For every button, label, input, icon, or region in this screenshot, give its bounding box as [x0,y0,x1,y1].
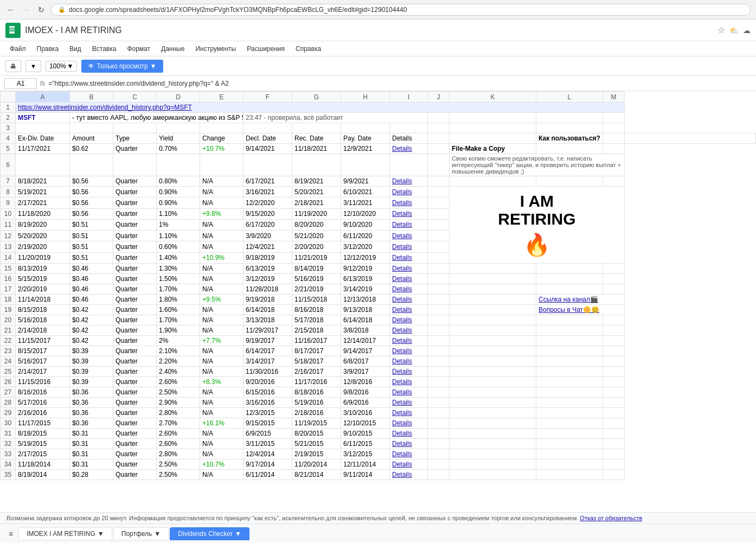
table-cell[interactable]: Details [390,144,428,154]
table-cell[interactable]: Details [390,315,428,325]
col-header-k[interactable]: K [450,92,536,103]
col-header-c[interactable]: C [113,92,157,103]
table-cell[interactable]: Details [390,187,428,197]
table-cell[interactable]: Details [390,264,428,274]
table-cell[interactable]: Details [390,176,428,187]
table-cell: 9/12/2019 [341,264,390,274]
table-cell[interactable]: Details [390,449,428,459]
col-header-a[interactable]: A [16,92,70,103]
table-cell: 1.50% [157,274,200,284]
col-header-b[interactable]: B [70,92,113,103]
menu-format[interactable]: Формат [123,43,155,54]
table-cell [536,284,603,295]
table-cell[interactable]: Details [390,346,428,356]
view-only-button[interactable]: 👁 Только просмотр ▼ [81,60,163,73]
cell-reference[interactable] [4,78,37,89]
chat-link-cell[interactable]: Вопросы в Чат🌼😊 [536,305,625,315]
table-cell[interactable]: Details [390,305,428,315]
address-bar[interactable]: 🔒 docs.google.com/spreadsheets/d/1AFXOPH… [51,4,751,16]
menu-tools[interactable]: Инструменты [191,43,240,54]
table-cell [603,449,624,459]
table-cell[interactable]: Details [390,439,428,449]
table-cell[interactable]: Details [390,231,428,241]
table-cell: 6/10/2021 [341,187,390,197]
table-row: 318/18/2015$0.31Quarter2.60%N/A6/9/20158… [1,429,756,439]
menu-edit[interactable]: Правка [33,43,63,54]
table-cell[interactable]: Details [390,197,428,208]
col-header-f[interactable]: F [244,92,292,103]
table-cell[interactable]: Details [390,429,428,439]
table-cell: Quarter [113,346,157,356]
table-cell [428,133,450,144]
table-cell: 12/10/2015 [341,418,390,429]
menu-extensions[interactable]: Расширения [242,43,289,54]
col-header-i[interactable]: I [390,92,428,103]
print-button[interactable]: 🖶 [5,60,21,72]
table-cell: 8/15/2018 [16,305,70,315]
col-header-g[interactable]: G [292,92,341,103]
menu-view[interactable]: Вид [65,43,86,54]
table-cell: 1.10% [157,208,200,219]
channel-link-cell[interactable]: Ссылка на канал🎬 [536,295,625,305]
col-header-e[interactable]: E [200,92,244,103]
menu-file[interactable]: Файл [5,43,30,54]
menu-data[interactable]: Данные [157,43,189,54]
table-cell[interactable]: Details [390,470,428,480]
table-cell: N/A [200,429,244,439]
filter-button[interactable]: ▼ [25,60,41,72]
table-cell: 11/15/2016 [16,377,70,387]
menu-help[interactable]: Справка [291,43,325,54]
channel-link[interactable]: Ссылка на канал🎬 [539,296,598,303]
col-header-h[interactable]: H [341,92,390,103]
table-cell[interactable]: Details [390,387,428,398]
forward-button[interactable]: → [21,4,31,15]
table-cell [536,176,603,187]
table-cell [450,315,536,325]
menu-insert[interactable]: Вставка [88,43,121,54]
row-header: 7 [1,176,16,187]
table-cell[interactable]: Details [390,418,428,429]
reload-button[interactable]: ↻ [36,4,47,15]
chat-link[interactable]: Вопросы в Чат🌼😊 [539,306,599,314]
table-cell: $0.56 [70,176,113,187]
table-cell[interactable]: Details [390,356,428,367]
disclaimer-link[interactable]: Отказ от обязательств [580,515,642,520]
zoom-control[interactable]: 100% ▼ [46,61,78,72]
table-cell [428,387,450,398]
table-cell[interactable]: Details [390,367,428,377]
table-cell[interactable]: Details [390,398,428,408]
col-header-d[interactable]: D [157,92,200,103]
col-header-j[interactable]: J [428,92,450,103]
table-cell [450,377,536,387]
table-cell: +10.7% [200,144,244,154]
row-header: 24 [1,356,16,367]
table-cell: N/A [200,449,244,459]
table-cell[interactable]: Details [390,241,428,252]
col-header-l[interactable]: L [536,92,603,103]
table-cell[interactable]: Details [390,336,428,346]
table-cell[interactable]: Details [390,408,428,418]
table-cell [341,123,390,133]
table-cell: $0.39 [70,346,113,356]
table-cell[interactable]: Details [390,219,428,230]
table-cell[interactable]: Details [390,252,428,263]
table-cell[interactable]: Details [390,284,428,295]
table-cell: Quarter [113,295,157,305]
table-cell[interactable]: MSFT [16,113,70,123]
table-cell [536,325,603,336]
table-cell[interactable]: Details [390,274,428,284]
spreadsheet-scroll[interactable]: A B C D E F G H I J K L M 1https://www.s… [0,91,756,520]
col-header-m[interactable]: M [603,92,624,103]
table-cell[interactable]: Details [390,325,428,336]
table-cell: 12/2/2020 [244,197,292,208]
table-cell: $0.56 [70,208,113,219]
back-button[interactable]: ← [5,4,16,15]
table-cell[interactable]: Details [390,208,428,219]
table-cell[interactable]: Details [390,295,428,305]
table-cell[interactable]: Details [390,459,428,470]
table-cell: 12/13/2018 [341,295,390,305]
star-icon[interactable]: ☆ [717,25,725,35]
hyperlink-cell[interactable]: https://www.streetinsider.com/dividend_h… [16,103,625,113]
table-cell[interactable]: Details [390,377,428,387]
table-cell [603,315,624,325]
